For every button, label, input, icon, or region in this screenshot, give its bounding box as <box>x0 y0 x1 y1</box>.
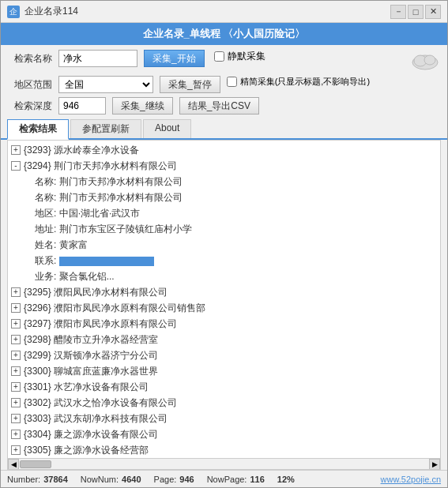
item-text: {3303} 武汉东胡净水科技有限公司 <box>24 411 437 426</box>
item-text: 姓名: 黄家富 <box>35 238 437 252</box>
svg-point-2 <box>424 55 435 65</box>
tab-config[interactable]: 参配置刷新 <box>70 119 141 138</box>
item-text: {3293} 源水岭泰全净水设备 <box>24 143 437 157</box>
item-text: 地区: 中国·湖北省·武汉市 <box>35 206 437 220</box>
status-nownum: NowNum: 4640 <box>81 475 141 484</box>
list-item[interactable]: + {3298} 醴陵市立升净水器经营室 <box>8 332 440 347</box>
nowpage-label: NowPage: <box>207 475 247 484</box>
list-item[interactable]: + {3303} 武汉东胡净水科技有限公司 <box>8 411 440 426</box>
list-item[interactable]: 名称: 荆门市天邦净水材料有限公司 <box>8 174 440 190</box>
expand-icon[interactable]: + <box>11 366 21 376</box>
expand-icon[interactable]: + <box>11 145 21 155</box>
cloud-icon <box>411 50 439 72</box>
list-item[interactable]: + {3305} 廉之源净水设备经营部 <box>8 442 440 458</box>
scroll-thumb-h[interactable] <box>20 460 51 468</box>
percent-value: 12% <box>277 475 295 484</box>
list-item[interactable]: 联系: <box>8 253 440 268</box>
item-text: {3299} 汉斯顿净水器济宁分公司 <box>24 348 437 362</box>
start-button[interactable]: 采集_开始 <box>144 50 205 67</box>
item-text: {3298} 醴陵市立升净水器经营室 <box>24 332 437 347</box>
expand-icon[interactable]: + <box>11 351 21 360</box>
close-button[interactable]: ✕ <box>425 5 441 19</box>
item-text: 地址: 荆门市东宝区子陵镇红庙村小学 <box>35 222 437 236</box>
tab-about[interactable]: About <box>143 119 191 138</box>
expand-icon[interactable]: + <box>11 445 21 455</box>
main-window: 企 企业名录114 － □ ✕ 企业名录_单线程 〈小人国历险记〉 检索名称 采… <box>0 0 448 488</box>
scroll-track-h <box>19 460 429 469</box>
item-text: 联系: <box>35 253 437 268</box>
status-number: Number: 37864 <box>7 475 68 484</box>
expand-icon[interactable]: + <box>11 319 21 328</box>
silent-checkbox-label[interactable]: 静默采集 <box>214 50 265 63</box>
item-text: {3302} 武汉水之恰净水设备有限公司 <box>24 396 437 410</box>
expand-icon[interactable]: + <box>11 303 21 313</box>
expand-icon[interactable]: + <box>11 414 21 423</box>
depth-label: 检索深度 <box>9 99 52 113</box>
status-page: Page: 946 <box>154 475 194 484</box>
list-item[interactable]: + {3299} 汉斯顿净水器济宁分公司 <box>8 347 440 363</box>
scroll-right-arrow[interactable]: ▶ <box>429 459 440 470</box>
list-item[interactable]: - {3294} 荆门市天邦净水材料有限公司 <box>8 158 440 174</box>
silent-checkbox[interactable] <box>214 51 224 62</box>
tree-content[interactable]: + {3293} 源水岭泰全净水设备 - {3294} 荆门市天邦净水材料有限公… <box>8 141 440 458</box>
precise-checkbox[interactable] <box>227 77 237 87</box>
list-item[interactable]: + {3297} 濮阳市凤民净水原料有限公司 <box>8 316 440 332</box>
tabs-bar: 检索结果 参配置刷新 About <box>1 119 447 140</box>
item-text: {3295} 濮阳凤民净水材料有限公司 <box>24 285 437 299</box>
list-item[interactable]: + {3304} 廉之源净水设备有限公司 <box>8 426 440 442</box>
pause-button[interactable]: 采集_暂停 <box>160 76 220 93</box>
list-item[interactable]: 地址: 荆门市东宝区子陵镇红庙村小学 <box>8 221 440 237</box>
region-select[interactable]: 全国 <box>58 76 153 93</box>
list-item[interactable]: 地区: 中国·湖北省·武汉市 <box>8 205 440 221</box>
title-controls: － □ ✕ <box>390 5 441 19</box>
item-text: {3305} 廉之源净水设备经营部 <box>24 443 437 457</box>
expand-icon[interactable]: + <box>11 430 21 439</box>
list-item[interactable]: + {3301} 水艺净水设备有限公司 <box>8 379 440 395</box>
item-text: {3300} 聊城富庶蓝廉净水器世界 <box>24 364 437 378</box>
nownum-value: 4640 <box>122 475 141 484</box>
scroll-left-arrow[interactable]: ◀ <box>8 459 19 470</box>
minimize-button[interactable]: － <box>390 5 406 19</box>
tab-results[interactable]: 检索结果 <box>7 119 69 140</box>
item-text: {3304} 廉之源净水设备有限公司 <box>24 427 437 441</box>
search-label: 检索名称 <box>9 52 52 66</box>
depth-input[interactable] <box>58 97 106 114</box>
number-value: 37864 <box>43 475 68 484</box>
status-link[interactable]: www.52pojie.cn <box>381 475 441 484</box>
list-item[interactable]: + {3293} 源水岭泰全净水设备 <box>8 142 440 158</box>
item-text: 名称: 荆门市天邦净水材料有限公司 <box>35 175 437 189</box>
results-area: + {3293} 源水岭泰全净水设备 - {3294} 荆门市天邦净水材料有限公… <box>7 140 441 470</box>
nowpage-value: 116 <box>250 475 264 484</box>
list-item[interactable]: + {3300} 聊城富庶蓝廉净水器世界 <box>8 363 440 379</box>
item-text: {3296} 濮阳市凤民净水原料有限公司销售部 <box>24 301 437 315</box>
expand-icon[interactable]: + <box>11 287 21 297</box>
list-item[interactable]: 名称: 荆门市天邦净水材料有限公司 <box>8 190 440 205</box>
app-header: 企业名录_单线程 〈小人国历险记〉 <box>1 23 447 45</box>
list-item[interactable]: + {3302} 武汉水之恰净水设备有限公司 <box>8 395 440 411</box>
horizontal-scrollbar[interactable]: ◀ ▶ <box>8 458 440 469</box>
list-item[interactable]: 姓名: 黄家富 <box>8 237 440 253</box>
status-percent: 12% <box>277 475 295 484</box>
precise-checkbox-label[interactable]: 精简采集(只显示标题,不影响导出) <box>227 76 370 88</box>
form-area: 检索名称 采集_开始 静默采集 地区范围 全国 <box>1 45 447 119</box>
expand-icon[interactable]: + <box>11 335 21 344</box>
item-text: 业务: 聚合氯化铝... <box>35 269 437 283</box>
title-bar-left: 企 企业名录114 <box>7 5 78 18</box>
expand-icon[interactable]: + <box>11 398 21 407</box>
maximize-button[interactable]: □ <box>408 5 424 19</box>
item-text: {3297} 濮阳市凤民净水原料有限公司 <box>24 317 437 331</box>
silent-label: 静默采集 <box>228 50 265 63</box>
export-button[interactable]: 结果_导出CSV <box>179 97 259 114</box>
region-label: 地区范围 <box>9 78 52 92</box>
expand-icon[interactable]: - <box>11 161 21 171</box>
number-label: Number: <box>7 475 40 484</box>
title-bar: 企 企业名录114 － □ ✕ <box>1 1 447 23</box>
search-input[interactable] <box>58 50 137 67</box>
nownum-label: NowNum: <box>81 475 119 484</box>
expand-icon[interactable]: + <box>11 382 21 392</box>
list-item[interactable]: + {3296} 濮阳市凤民净水原料有限公司销售部 <box>8 300 440 316</box>
list-item[interactable]: 业务: 聚合氯化铝... <box>8 268 440 284</box>
list-item[interactable]: + {3295} 濮阳凤民净水材料有限公司 <box>8 284 440 300</box>
status-nowpage: NowPage: 116 <box>207 475 265 484</box>
resume-button[interactable]: 采集_继续 <box>112 97 173 114</box>
